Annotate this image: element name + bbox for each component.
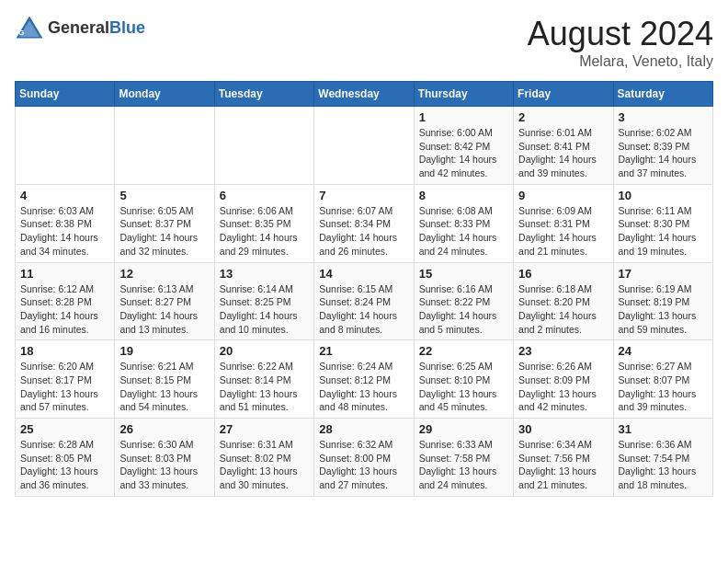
- calendar-cell: 24Sunrise: 6:27 AM Sunset: 8:07 PM Dayli…: [613, 340, 712, 419]
- calendar-cell: 25Sunrise: 6:28 AM Sunset: 8:05 PM Dayli…: [16, 419, 115, 497]
- day-info: Sunrise: 6:34 AM Sunset: 7:56 PM Dayligh…: [518, 438, 608, 492]
- calendar-cell: 17Sunrise: 6:19 AM Sunset: 8:19 PM Dayli…: [613, 262, 712, 340]
- day-number: 2: [518, 110, 608, 124]
- calendar-cell: 23Sunrise: 6:26 AM Sunset: 8:09 PM Dayli…: [514, 340, 613, 419]
- day-number: 11: [20, 267, 109, 281]
- header-day-saturday: Saturday: [613, 82, 712, 107]
- day-info: Sunrise: 6:12 AM Sunset: 8:28 PM Dayligh…: [20, 282, 109, 337]
- day-number: 5: [119, 189, 209, 202]
- calendar-cell: 9Sunrise: 6:09 AM Sunset: 8:31 PM Daylig…: [514, 184, 613, 262]
- calendar-cell: 11Sunrise: 6:12 AM Sunset: 8:28 PM Dayli…: [16, 262, 115, 340]
- calendar-cell: 15Sunrise: 6:16 AM Sunset: 8:22 PM Dayli…: [414, 262, 513, 340]
- day-number: 4: [20, 189, 109, 202]
- week-row-3: 11Sunrise: 6:12 AM Sunset: 8:28 PM Dayli…: [16, 262, 713, 340]
- calendar-cell: 30Sunrise: 6:34 AM Sunset: 7:56 PM Dayli…: [514, 419, 613, 497]
- day-number: 8: [419, 189, 508, 202]
- calendar-cell: 22Sunrise: 6:25 AM Sunset: 8:10 PM Dayli…: [414, 340, 513, 419]
- day-number: 1: [419, 110, 508, 124]
- logo: G GeneralBlue: [15, 15, 145, 40]
- day-info: Sunrise: 6:02 AM Sunset: 8:39 PM Dayligh…: [619, 126, 708, 180]
- day-info: Sunrise: 6:27 AM Sunset: 8:07 PM Dayligh…: [619, 360, 708, 414]
- calendar-cell: 8Sunrise: 6:08 AM Sunset: 8:33 PM Daylig…: [414, 184, 513, 262]
- header-day-friday: Friday: [514, 82, 613, 107]
- logo-blue: Blue: [109, 18, 145, 37]
- header-day-tuesday: Tuesday: [214, 82, 313, 107]
- day-number: 22: [419, 344, 508, 358]
- day-number: 21: [319, 344, 408, 358]
- header-day-monday: Monday: [115, 82, 214, 107]
- day-number: 12: [119, 267, 209, 281]
- title-block: August 2024 Melara, Veneto, Italy: [528, 15, 713, 70]
- calendar-cell: 1Sunrise: 6:00 AM Sunset: 8:42 PM Daylig…: [414, 107, 513, 185]
- calendar-cell: 20Sunrise: 6:22 AM Sunset: 8:14 PM Dayli…: [214, 340, 313, 419]
- day-info: Sunrise: 6:28 AM Sunset: 8:05 PM Dayligh…: [20, 438, 109, 492]
- calendar-header-row: SundayMondayTuesdayWednesdayThursdayFrid…: [16, 82, 713, 107]
- day-number: 13: [220, 267, 309, 281]
- calendar-cell: 28Sunrise: 6:32 AM Sunset: 8:00 PM Dayli…: [314, 419, 414, 497]
- day-info: Sunrise: 6:21 AM Sunset: 8:15 PM Dayligh…: [119, 360, 209, 414]
- day-info: Sunrise: 6:20 AM Sunset: 8:17 PM Dayligh…: [20, 360, 109, 414]
- day-number: 18: [20, 344, 109, 358]
- day-number: 30: [518, 422, 608, 436]
- day-number: 31: [619, 422, 708, 436]
- week-row-5: 25Sunrise: 6:28 AM Sunset: 8:05 PM Dayli…: [16, 419, 713, 497]
- calendar-cell: 12Sunrise: 6:13 AM Sunset: 8:27 PM Dayli…: [115, 262, 214, 340]
- day-number: 26: [119, 422, 209, 436]
- calendar-cell: 10Sunrise: 6:11 AM Sunset: 8:30 PM Dayli…: [613, 184, 712, 262]
- calendar-table: SundayMondayTuesdayWednesdayThursdayFrid…: [15, 81, 713, 497]
- calendar-cell: [115, 107, 214, 185]
- day-number: 20: [220, 344, 309, 358]
- day-number: 19: [119, 344, 209, 358]
- day-number: 3: [619, 110, 708, 124]
- week-row-4: 18Sunrise: 6:20 AM Sunset: 8:17 PM Dayli…: [16, 340, 713, 419]
- logo-icon: G: [15, 15, 44, 40]
- day-info: Sunrise: 6:26 AM Sunset: 8:09 PM Dayligh…: [518, 360, 608, 414]
- day-number: 7: [319, 189, 408, 202]
- day-info: Sunrise: 6:07 AM Sunset: 8:34 PM Dayligh…: [319, 204, 408, 259]
- day-number: 17: [619, 267, 708, 281]
- day-number: 28: [319, 422, 408, 436]
- day-number: 9: [518, 189, 608, 202]
- calendar-cell: 18Sunrise: 6:20 AM Sunset: 8:17 PM Dayli…: [16, 340, 115, 419]
- day-number: 10: [619, 189, 708, 202]
- day-number: 24: [619, 344, 708, 358]
- calendar-cell: 6Sunrise: 6:06 AM Sunset: 8:35 PM Daylig…: [214, 184, 313, 262]
- day-info: Sunrise: 6:32 AM Sunset: 8:00 PM Dayligh…: [319, 438, 408, 492]
- calendar-cell: 14Sunrise: 6:15 AM Sunset: 8:24 PM Dayli…: [314, 262, 414, 340]
- calendar-cell: 7Sunrise: 6:07 AM Sunset: 8:34 PM Daylig…: [314, 184, 414, 262]
- calendar-cell: [16, 107, 115, 185]
- day-info: Sunrise: 6:22 AM Sunset: 8:14 PM Dayligh…: [220, 360, 309, 414]
- calendar-cell: 19Sunrise: 6:21 AM Sunset: 8:15 PM Dayli…: [115, 340, 214, 419]
- calendar-cell: [314, 107, 414, 185]
- calendar-cell: 26Sunrise: 6:30 AM Sunset: 8:03 PM Dayli…: [115, 419, 214, 497]
- calendar-cell: 13Sunrise: 6:14 AM Sunset: 8:25 PM Dayli…: [214, 262, 313, 340]
- day-info: Sunrise: 6:18 AM Sunset: 8:20 PM Dayligh…: [518, 282, 608, 337]
- day-number: 23: [518, 344, 608, 358]
- calendar-cell: 2Sunrise: 6:01 AM Sunset: 8:41 PM Daylig…: [514, 107, 613, 185]
- day-info: Sunrise: 6:11 AM Sunset: 8:30 PM Dayligh…: [619, 204, 708, 259]
- header-day-sunday: Sunday: [16, 82, 115, 107]
- day-number: 25: [20, 422, 109, 436]
- day-number: 15: [419, 267, 508, 281]
- day-info: Sunrise: 6:25 AM Sunset: 8:10 PM Dayligh…: [419, 360, 508, 414]
- header-day-wednesday: Wednesday: [314, 82, 414, 107]
- day-info: Sunrise: 6:31 AM Sunset: 8:02 PM Dayligh…: [220, 438, 309, 492]
- calendar-cell: 21Sunrise: 6:24 AM Sunset: 8:12 PM Dayli…: [314, 340, 414, 419]
- day-info: Sunrise: 6:15 AM Sunset: 8:24 PM Dayligh…: [319, 282, 408, 337]
- day-info: Sunrise: 6:33 AM Sunset: 7:58 PM Dayligh…: [419, 438, 508, 492]
- day-info: Sunrise: 6:14 AM Sunset: 8:25 PM Dayligh…: [220, 282, 309, 337]
- day-info: Sunrise: 6:13 AM Sunset: 8:27 PM Dayligh…: [119, 282, 209, 337]
- calendar-cell: 3Sunrise: 6:02 AM Sunset: 8:39 PM Daylig…: [613, 107, 712, 185]
- week-row-2: 4Sunrise: 6:03 AM Sunset: 8:38 PM Daylig…: [16, 184, 713, 262]
- header-day-thursday: Thursday: [414, 82, 513, 107]
- page-subtitle: Melara, Veneto, Italy: [528, 53, 713, 70]
- day-number: 27: [220, 422, 309, 436]
- day-number: 29: [419, 422, 508, 436]
- calendar-cell: 5Sunrise: 6:05 AM Sunset: 8:37 PM Daylig…: [115, 184, 214, 262]
- day-info: Sunrise: 6:03 AM Sunset: 8:38 PM Dayligh…: [20, 204, 109, 259]
- calendar-cell: 16Sunrise: 6:18 AM Sunset: 8:20 PM Dayli…: [514, 262, 613, 340]
- page-header: G GeneralBlue August 2024 Melara, Veneto…: [15, 15, 713, 70]
- day-info: Sunrise: 6:01 AM Sunset: 8:41 PM Dayligh…: [518, 126, 608, 180]
- day-info: Sunrise: 6:06 AM Sunset: 8:35 PM Dayligh…: [220, 204, 309, 259]
- logo-general: General: [48, 18, 109, 37]
